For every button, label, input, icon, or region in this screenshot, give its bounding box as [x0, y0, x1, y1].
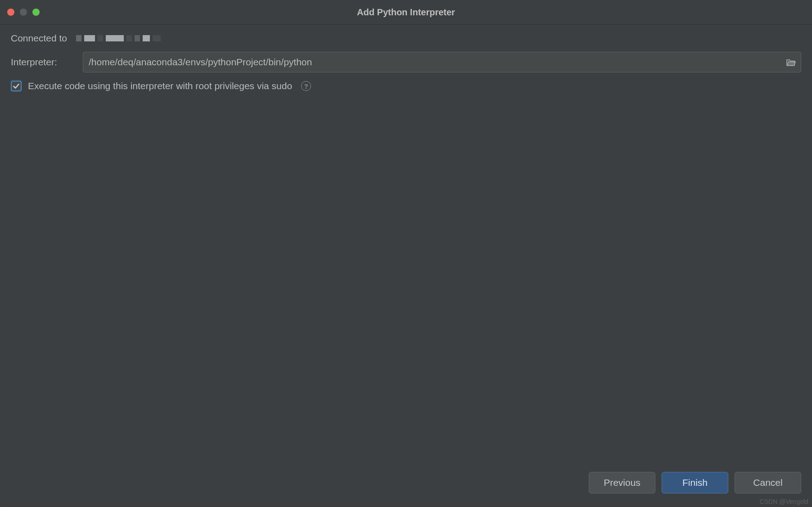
- interpreter-input-wrapper: [83, 52, 801, 72]
- sudo-checkbox-row: Execute code using this interpreter with…: [11, 81, 801, 91]
- dialog-title: Add Python Interpreter: [357, 7, 455, 18]
- finish-button[interactable]: Finish: [662, 472, 728, 493]
- sudo-checkbox-label: Execute code using this interpreter with…: [28, 81, 292, 91]
- titlebar: Add Python Interpreter: [0, 0, 812, 25]
- minimize-window-button[interactable]: [20, 9, 27, 16]
- dialog-content: Connected to Interpreter:: [0, 25, 812, 507]
- interpreter-label: Interpreter:: [11, 57, 77, 68]
- cancel-button[interactable]: Cancel: [735, 472, 801, 493]
- sudo-checkbox[interactable]: [11, 81, 22, 91]
- maximize-window-button[interactable]: [32, 9, 40, 16]
- close-window-button[interactable]: [7, 9, 14, 16]
- interpreter-row: Interpreter:: [11, 52, 801, 72]
- dialog-button-bar: Previous Finish Cancel: [589, 472, 801, 493]
- connected-to-row: Connected to: [11, 33, 801, 44]
- add-interpreter-dialog: Add Python Interpreter Connected to Inte…: [0, 0, 812, 507]
- window-controls: [7, 9, 40, 16]
- connected-to-label: Connected to: [11, 33, 67, 44]
- help-icon[interactable]: ?: [301, 81, 311, 91]
- previous-button[interactable]: Previous: [589, 472, 655, 493]
- folder-open-icon[interactable]: [786, 58, 796, 66]
- watermark: CSDN @Vengold: [760, 498, 808, 505]
- connected-to-value-redacted: [76, 35, 161, 41]
- interpreter-path-input[interactable]: [83, 52, 801, 72]
